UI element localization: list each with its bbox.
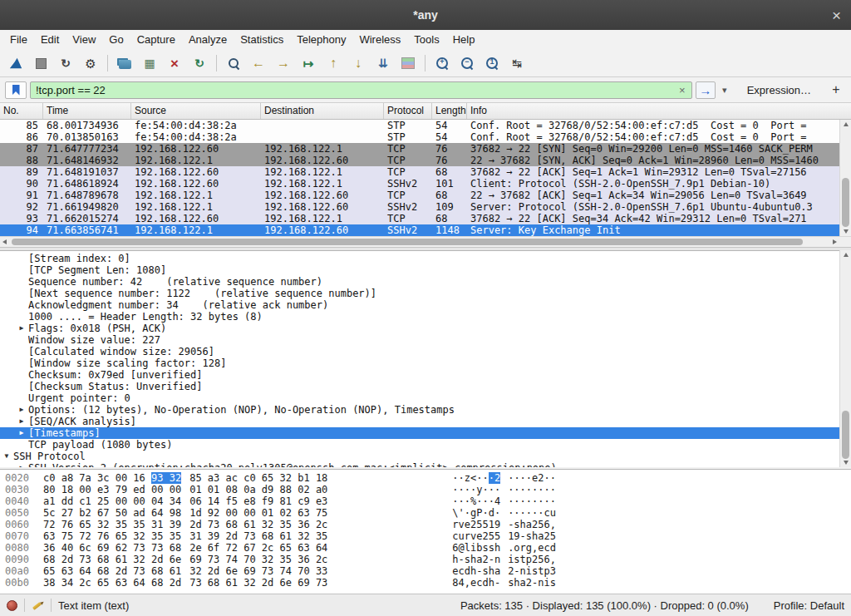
menu-analyze[interactable]: Analyze — [182, 30, 234, 50]
scroll-down-icon[interactable] — [844, 229, 849, 234]
menu-edit[interactable]: Edit — [34, 30, 66, 50]
chevron-right-icon[interactable]: ▶ — [15, 416, 28, 427]
detail-line[interactable]: ▼SSH Protocol — [0, 451, 839, 462]
zoom-original-button[interactable] — [480, 52, 504, 74]
auto-scroll-button[interactable] — [371, 52, 395, 74]
column-header-destination[interactable]: Destination — [261, 103, 384, 119]
menu-statistics[interactable]: Statistics — [234, 30, 290, 50]
detail-line[interactable]: Urgent pointer: 0 — [0, 392, 839, 404]
reload-file-button[interactable] — [188, 52, 211, 74]
column-header-source[interactable]: Source — [131, 103, 261, 119]
scrollbar-thumb[interactable] — [842, 178, 849, 227]
chevron-down-icon[interactable]: ▼ — [0, 451, 13, 462]
filter-clear-icon[interactable]: × — [673, 84, 691, 96]
close-icon[interactable]: × — [832, 7, 841, 23]
close-file-button[interactable] — [163, 52, 186, 74]
detail-line[interactable]: [Stream index: 0] — [0, 253, 839, 264]
scroll-up-icon[interactable] — [844, 253, 849, 257]
packet-row[interactable]: 9071.648618924192.168.122.60192.168.122.… — [0, 178, 839, 190]
detail-line[interactable]: Window size value: 227 — [0, 334, 839, 346]
start-capture-button[interactable] — [4, 52, 27, 74]
zoom-in-button[interactable] — [430, 52, 454, 74]
hex-row[interactable]: 007063 75 72 76 65 32 35 3531 39 2d 73 6… — [5, 530, 851, 542]
packet-row[interactable]: 8771.647777234192.168.122.60192.168.122.… — [0, 143, 839, 155]
packet-row[interactable]: 9471.663856741192.168.122.1192.168.122.6… — [0, 224, 839, 236]
filter-dropdown-icon[interactable]: ▾ — [719, 85, 730, 96]
hex-row[interactable]: 003080 18 00 e3 79 ed 00 0001 01 08 0a d… — [5, 484, 851, 495]
detail-line[interactable]: [Window size scaling factor: 128] — [0, 357, 839, 369]
scroll-left-icon[interactable] — [2, 239, 7, 244]
hex-row[interactable]: 00b038 34 2c 65 63 64 68 2d73 68 61 32 2… — [5, 577, 851, 589]
detail-line[interactable]: [TCP Segment Len: 1080] — [0, 264, 839, 276]
packet-row[interactable]: 8670.013850163fe:54:00:d4:38:2aSTP54Conf… — [0, 131, 839, 143]
filter-apply-icon[interactable]: → — [696, 81, 716, 99]
expert-info-icon[interactable] — [7, 600, 17, 611]
packet-row[interactable]: 8971.648191037192.168.122.60192.168.122.… — [0, 166, 839, 178]
chevron-right-icon[interactable]: ▶ — [15, 323, 28, 334]
packet-row[interactable]: 9371.662015274192.168.122.60192.168.122.… — [0, 213, 839, 224]
expression-button[interactable]: Expression… — [739, 84, 819, 96]
hex-row[interactable]: 008036 40 6c 69 62 73 73 682e 6f 72 67 2… — [5, 542, 851, 554]
go-to-top-button[interactable] — [322, 52, 345, 74]
scrollbar-thumb[interactable] — [842, 411, 849, 458]
detail-line[interactable]: ▶Flags: 0x018 (PSH, ACK) — [0, 323, 839, 334]
hex-row[interactable]: 009068 2d 73 68 61 32 2d 6e69 73 74 70 3… — [5, 554, 851, 565]
resize-columns-button[interactable] — [505, 52, 529, 74]
detail-line[interactable]: ▶[Timestamps] — [0, 427, 839, 439]
chevron-right-icon[interactable]: ▶ — [15, 404, 28, 416]
packet-list-horizontal-scrollbar[interactable] — [0, 236, 839, 247]
packet-row[interactable]: 9271.661949820192.168.122.1192.168.122.6… — [0, 201, 839, 213]
detail-line[interactable]: [Next sequence number: 1122 (relative se… — [0, 288, 839, 299]
scrollbar-thumb[interactable] — [12, 239, 803, 245]
column-header-no[interactable]: No. — [0, 103, 43, 119]
zoom-out-button[interactable] — [455, 52, 479, 74]
detail-line[interactable]: ▶Options: (12 bytes), No-Operation (NOP)… — [0, 404, 839, 416]
column-header-time[interactable]: Time — [43, 103, 131, 119]
go-to-bottom-button[interactable] — [347, 52, 370, 74]
profile-label[interactable]: Profile: Default — [774, 599, 844, 612]
capture-options-button[interactable] — [79, 52, 102, 74]
menu-go[interactable]: Go — [102, 30, 130, 50]
details-vertical-scrollbar[interactable] — [839, 250, 851, 467]
menu-help[interactable]: Help — [446, 30, 482, 50]
scroll-right-icon[interactable] — [833, 239, 837, 244]
find-packet-button[interactable] — [222, 52, 245, 74]
detail-line[interactable]: TCP payload (1080 bytes) — [0, 439, 839, 451]
hex-row[interactable]: 0020c0 a8 7a 3c 00 16 93 3285 a3 ac c0 6… — [5, 472, 851, 484]
filter-input[interactable]: !tcp.port == 22 × — [30, 81, 692, 99]
packet-row[interactable]: 8568.001734936fe:54:00:d4:38:2aSTP54Conf… — [0, 120, 839, 131]
go-forward-button[interactable] — [272, 52, 295, 74]
detail-line[interactable]: [Calculated window size: 29056] — [0, 346, 839, 357]
packet-list-vertical-scrollbar[interactable] — [839, 120, 851, 236]
column-header-info[interactable]: Info — [467, 103, 851, 119]
stop-capture-button[interactable] — [29, 52, 52, 74]
menu-telephony[interactable]: Telephony — [290, 30, 352, 50]
filter-bookmark-button[interactable] — [5, 81, 27, 99]
save-file-button[interactable] — [138, 52, 161, 74]
column-header-length[interactable]: Length — [432, 103, 467, 119]
menu-view[interactable]: View — [66, 30, 102, 50]
detail-line[interactable]: [Checksum Status: Unverified] — [0, 381, 839, 392]
column-header-protocol[interactable]: Protocol — [384, 103, 432, 119]
scroll-down-icon[interactable] — [844, 461, 849, 465]
chevron-right-icon[interactable]: ▶ — [15, 462, 28, 467]
colorize-packets-button[interactable] — [396, 52, 420, 74]
go-back-button[interactable] — [247, 52, 270, 74]
menu-file[interactable]: File — [3, 30, 34, 50]
detail-line[interactable]: Checksum: 0x79ed [unverified] — [0, 369, 839, 381]
detail-line[interactable]: Sequence number: 42 (relative sequence n… — [0, 276, 839, 288]
menu-capture[interactable]: Capture — [130, 30, 182, 50]
menu-tools[interactable]: Tools — [407, 30, 445, 50]
add-filter-button[interactable]: + — [826, 82, 846, 97]
detail-line[interactable]: ▶SSH Version 2 (encryption:chacha20-poly… — [0, 462, 839, 467]
chevron-right-icon[interactable]: ▶ — [15, 427, 28, 439]
hex-row[interactable]: 0040a1 dd c1 25 00 00 04 3406 14 f5 e8 f… — [5, 495, 851, 507]
packet-row[interactable]: 9171.648789678192.168.122.1192.168.122.6… — [0, 190, 839, 201]
packet-row[interactable]: 8871.648146932192.168.122.1192.168.122.6… — [0, 155, 839, 166]
hex-row[interactable]: 00505c 27 b2 67 50 ad 64 981d 92 00 00 0… — [5, 507, 851, 519]
detail-line[interactable]: ▶[SEQ/ACK analysis] — [0, 416, 839, 427]
open-file-button[interactable] — [113, 52, 136, 74]
restart-capture-button[interactable] — [54, 52, 77, 74]
detail-line[interactable]: Acknowledgment number: 34 (relative ack … — [0, 299, 839, 311]
capture-comment-pencil-icon[interactable] — [32, 599, 44, 612]
